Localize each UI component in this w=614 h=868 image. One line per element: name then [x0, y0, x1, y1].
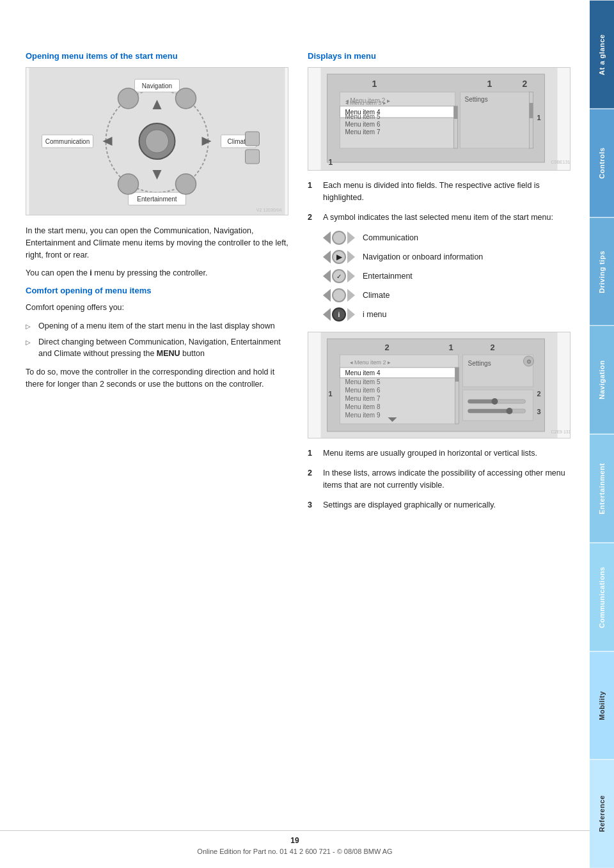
svg-text:◂ Menu item 3 ▸: ◂ Menu item 3 ▸: [345, 100, 387, 106]
bottom-menu-diagram: 2 1 2 Settings ◂ Menu item 2 ▸ Menu item…: [308, 332, 571, 438]
sidebar-tab-communications[interactable]: Communications: [590, 543, 614, 651]
svg-rect-73: [468, 409, 510, 413]
svg-text:Menu item 5: Menu item 5: [345, 378, 381, 385]
section1-heading: Opening menu items of the start menu: [26, 51, 288, 61]
svg-text:Settings: Settings: [465, 96, 488, 103]
symbol-communication: Communication: [323, 231, 571, 245]
symbol-imenu: i i menu: [323, 307, 571, 322]
climate-icon: [323, 288, 355, 302]
svg-text:2: 2: [523, 79, 528, 89]
sidebar-tab-entertainment[interactable]: Entertainment: [590, 434, 614, 543]
sidebar-tab-mobility[interactable]: Mobility: [590, 651, 614, 760]
svg-text:1: 1: [449, 343, 453, 352]
text-b3: Settings are displayed graphically or nu…: [323, 499, 496, 511]
body2-prefix: You can open the: [26, 268, 90, 277]
menu-bold: MENU: [157, 349, 180, 358]
svg-text:Menu item 4: Menu item 4: [345, 369, 381, 376]
entertainment-icon: ✓: [323, 269, 355, 283]
chevron-left-icon-ent: [323, 270, 331, 283]
text-b2: In these lists, arrows indicate the poss…: [323, 467, 571, 492]
svg-point-74: [507, 408, 513, 414]
svg-text:2: 2: [491, 343, 495, 352]
svg-rect-70: [468, 399, 495, 403]
chevron-right-icon-nav: [347, 251, 355, 263]
svg-point-18: [118, 174, 139, 194]
svg-rect-21: [246, 150, 260, 164]
displays-heading: Displays in menu: [308, 51, 571, 61]
navigation-label: Navigation or onboard information: [363, 252, 483, 261]
svg-text:1: 1: [329, 158, 333, 167]
svg-text:C2E9 13116R: C2E9 13116R: [551, 430, 571, 434]
footer-copyright: Online Edition for Part no. 01 41 2 600 …: [0, 848, 590, 855]
text-2: A symbol indicates the last selected men…: [323, 212, 553, 224]
footer: 19 Online Edition for Part no. 01 41 2 6…: [0, 830, 590, 855]
body-text-1: In the start menu, you can open the Comm…: [26, 225, 288, 261]
imenu-circle: i: [332, 307, 346, 322]
numbered-item-bottom-3: 3 Settings are displayed graphically or …: [308, 499, 571, 511]
svg-text:Menu item 9: Menu item 9: [345, 412, 381, 419]
section2-heading: Comfort opening of menu items: [26, 286, 288, 295]
body-text-3: To do so, move the controller in the cor…: [26, 366, 288, 391]
svg-text:Settings: Settings: [468, 360, 491, 367]
comfort-bullets: Opening of a menu item of the start menu…: [26, 320, 288, 360]
sidebar-tab-navigation[interactable]: Navigation: [590, 325, 614, 434]
svg-rect-42: [530, 103, 533, 118]
entertainment-label: Entertainment: [363, 272, 413, 281]
svg-text:⚙: ⚙: [526, 359, 531, 365]
page-number: 19: [0, 836, 590, 845]
num-b1: 1: [308, 447, 318, 460]
numbered-item-1: 1 Each menu is divided into fields. The …: [308, 180, 571, 204]
svg-point-16: [118, 88, 139, 109]
svg-point-19: [176, 174, 196, 194]
num-b2: 2: [308, 467, 318, 492]
svg-text:Menu item 7: Menu item 7: [345, 128, 381, 136]
two-col-layout: Opening menu items of the start menu Nav…: [26, 51, 571, 518]
sidebar-tab-driving-tips[interactable]: Driving tips: [590, 217, 614, 326]
body2-suffix: menu by pressing the controller.: [94, 268, 207, 277]
svg-text:1: 1: [329, 390, 333, 398]
top-menu-svg: 1 1 2 Menu item 4 Settings ◂ Menu item 2…: [308, 68, 570, 170]
svg-text:1: 1: [487, 79, 492, 89]
i-icon-text: i: [90, 268, 91, 277]
bullet-item-1: Opening of a menu item of the start menu…: [26, 320, 288, 332]
numbered-item-bottom-1: 1 Menu items are usually grouped in hori…: [308, 447, 571, 460]
text-b1: Menu items are usually grouped in horizo…: [323, 447, 537, 460]
communication-icon: [323, 231, 355, 245]
symbol-entertainment: ✓ Entertainment: [323, 269, 571, 283]
svg-text:Menu item 6: Menu item 6: [345, 387, 381, 394]
svg-rect-39: [454, 106, 458, 119]
svg-text:3: 3: [537, 408, 541, 415]
communication-label: Communication: [363, 233, 418, 242]
chevron-right-icon: [347, 231, 355, 244]
body-text-2: You can open the i menu by pressing the …: [26, 267, 288, 279]
chevron-right-icon-im: [347, 308, 355, 321]
climate-label: Climate: [363, 291, 390, 300]
num-1: 1: [308, 180, 318, 204]
svg-text:C0BE13116R: C0BE13116R: [551, 160, 571, 164]
chevron-left-icon-nav: [323, 251, 331, 263]
text-1: Each menu is divided into fields. The re…: [323, 180, 571, 204]
svg-text:Communication: Communication: [45, 138, 90, 145]
sidebar: At a glance Controls Driving tips Naviga…: [590, 0, 614, 868]
controller-diagram-svg: Navigation Communication Climate Enterta…: [26, 68, 288, 215]
svg-point-17: [176, 88, 196, 109]
svg-rect-68: [463, 390, 533, 421]
svg-rect-20: [246, 132, 260, 146]
chevron-left-icon-cli: [323, 289, 331, 302]
symbol-navigation: ▶ Navigation or onboard information: [323, 250, 571, 264]
sidebar-tab-at-a-glance[interactable]: At a glance: [590, 0, 614, 109]
svg-text:Menu item 8: Menu item 8: [345, 403, 381, 410]
svg-text:Navigation: Navigation: [142, 82, 172, 89]
sidebar-tab-controls[interactable]: Controls: [590, 109, 614, 217]
sidebar-tab-reference[interactable]: Reference: [590, 759, 614, 868]
svg-point-3: [146, 130, 169, 153]
left-column: Opening menu items of the start menu Nav…: [26, 51, 288, 518]
svg-text:Entertainment: Entertainment: [137, 196, 177, 203]
num-b3: 3: [308, 499, 318, 511]
chevron-left-icon-im: [323, 308, 331, 321]
ent-circle: ✓: [332, 269, 346, 283]
symbols-list: Communication ▶ Navigation or onboard in…: [323, 231, 571, 322]
chevron-right-icon-cli: [347, 289, 355, 302]
svg-text:V2 12030/04: V2 12030/04: [256, 208, 282, 212]
nav-circle: ▶: [332, 250, 346, 264]
